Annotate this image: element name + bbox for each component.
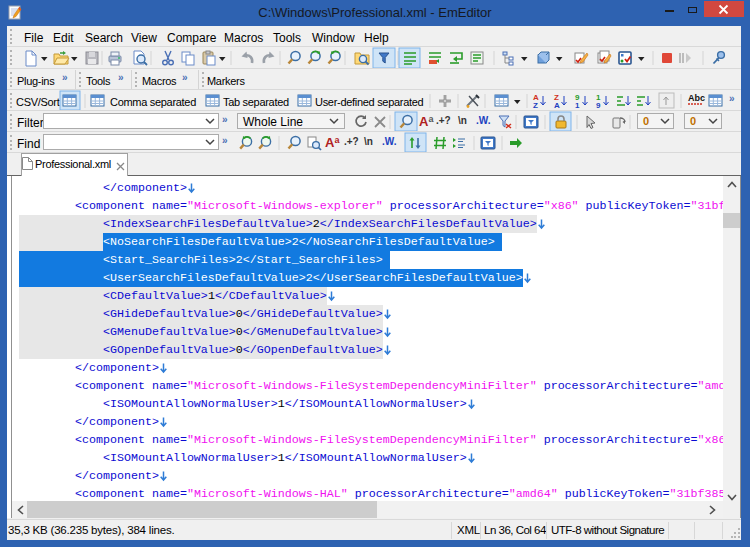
- svg-text:1: 1: [575, 101, 580, 110]
- svg-text:Z: Z: [533, 101, 538, 110]
- svg-text:Abc: Abc: [688, 93, 705, 103]
- svg-text:9: 9: [596, 101, 601, 110]
- svg-text:A: A: [554, 101, 560, 110]
